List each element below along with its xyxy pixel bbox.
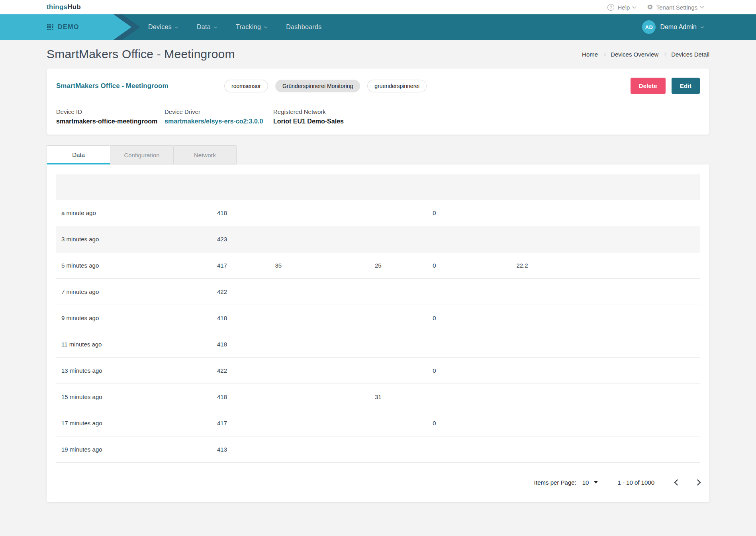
delete-button[interactable]: Delete [631,78,666,94]
row-value: 422 [217,367,275,374]
nav-item-label: Devices [148,23,172,31]
table-row[interactable]: 7 minutes ago422 [56,279,700,305]
row-value: 418 [217,393,275,400]
avatar: AD [642,20,656,34]
device-id-value: smartmakers-office-meetingroom [56,118,165,125]
items-per-page-select[interactable]: 10 [582,479,598,486]
registered-network-value: Loriot EU1 Demo-Sales [273,118,344,125]
logo-secondary-text: Hub [67,3,81,11]
nav-item-tracking[interactable]: Tracking [236,23,267,31]
help-label: Help [617,4,630,11]
row-value: 418 [217,341,275,348]
row-timestamp: 19 minutes ago [56,446,217,453]
chevron-down-icon [633,4,637,8]
page-header: SmartMakers Office - Meetingroom Home De… [47,40,709,68]
chevron-down-icon [264,25,267,28]
breadcrumb-current: Devices Detail [671,51,709,58]
device-actions: Delete Edit [631,78,700,94]
table-row[interactable]: 5 minutes ago4173525022.2 [56,252,700,279]
gear-icon: ⚙ [647,4,653,11]
row-value: 31 [375,393,433,400]
table-body: a minute ago41803 minutes ago4235 minute… [56,200,700,463]
thingshub-logo[interactable]: thingsHub [47,3,81,11]
device-card-header: SmartMakers Office - Meetingroom roomsen… [56,78,700,94]
data-tab-panel: a minute ago41803 minutes ago4235 minute… [47,164,709,502]
device-fields: Device ID smartmakers-office-meetingroom… [56,108,700,125]
row-value: 413 [217,446,275,453]
row-value: 423 [217,236,275,243]
row-timestamp: 5 minutes ago [56,262,217,269]
table-row[interactable]: 17 minutes ago4170 [56,410,700,436]
topbar-right-group: ? Help ⚙ Tenant Settings [607,4,703,11]
items-per-page-label: Items per Page: [534,479,576,486]
items-per-page-value: 10 [582,479,589,486]
top-bar: thingsHub ? Help ⚙ Tenant Settings [0,0,756,14]
tag-gruenderspinnerei: gruenderspinnerei [367,80,427,92]
user-name: Demo Admin [660,23,697,31]
field-label: Device ID [56,108,165,115]
row-value: 0 [433,420,516,426]
row-timestamp: 11 minutes ago [56,341,217,348]
row-value: 0 [433,262,516,269]
tag-roomsensor: roomsensor [224,80,268,92]
table-row[interactable]: 13 minutes ago4220 [56,358,700,384]
user-menu[interactable]: AD Demo Admin [642,14,703,40]
nav-item-dashboards[interactable]: Dashboards [286,23,321,31]
table-row[interactable]: 11 minutes ago418 [56,331,700,358]
row-timestamp: 7 minutes ago [56,288,217,295]
tenant-switcher[interactable]: DEMO [0,14,131,40]
breadcrumb-devices-overview[interactable]: Devices Overview [611,51,658,58]
caret-down-icon [594,481,598,483]
nav-item-data[interactable]: Data [197,23,217,31]
breadcrumb-separator-icon [603,53,606,56]
row-value: 422 [217,288,275,295]
grid-icon [47,24,53,30]
tab-network[interactable]: Network [173,145,237,164]
tenant-settings-menu[interactable]: ⚙ Tenant Settings [647,4,703,11]
nav-item-label: Dashboards [286,23,321,31]
breadcrumb: Home Devices Overview Devices Detail [582,51,709,58]
tenant-name: DEMO [58,23,79,31]
device-tags: roomsensor Gründerspinnerei Monitoring g… [224,80,427,92]
table-row[interactable]: 15 minutes ago41831 [56,384,700,410]
row-timestamp: a minute ago [56,209,217,216]
row-value: 22.2 [516,262,700,269]
edit-button[interactable]: Edit [672,78,700,94]
row-value: 418 [217,315,275,321]
page-content: SmartMakers Office - Meetingroom Home De… [0,40,756,502]
chevron-down-icon [700,4,704,8]
breadcrumb-separator-icon [663,53,666,56]
field-device-id: Device ID smartmakers-office-meetingroom [56,108,165,125]
table-header [56,174,700,200]
tag-gruenderspinnerei-monitoring: Gründerspinnerei Monitoring [275,80,360,92]
nav-item-label: Tracking [236,23,261,31]
nav-item-devices[interactable]: Devices [148,23,178,31]
help-menu[interactable]: ? Help [607,4,636,11]
pagination: Items per Page: 10 1 - 10 of 1000 [56,463,700,502]
tab-configuration[interactable]: Configuration [110,145,173,164]
device-name: SmartMakers Office - Meetingroom [56,82,224,90]
tab-data[interactable]: Data [47,145,110,164]
row-value: 417 [217,420,275,426]
row-value: 35 [275,262,374,269]
row-value: 0 [433,209,516,216]
chevron-down-icon [214,25,217,28]
chevron-down-icon [701,25,704,28]
row-value: 0 [433,315,516,321]
table-row[interactable]: a minute ago4180 [56,200,700,226]
row-value: 418 [217,209,275,216]
table-row[interactable]: 19 minutes ago413 [56,436,700,463]
nav-menu: Devices Data Tracking Dashboards [148,23,321,31]
previous-page-button[interactable] [674,479,681,485]
table-row[interactable]: 3 minutes ago423 [56,226,700,252]
breadcrumb-home[interactable]: Home [582,51,598,58]
next-page-button[interactable] [695,479,701,485]
row-value: 25 [375,262,433,269]
row-timestamp: 15 minutes ago [56,393,217,400]
table-row[interactable]: 9 minutes ago4180 [56,305,700,331]
row-timestamp: 13 minutes ago [56,367,217,374]
field-label: Registered Network [273,108,344,115]
detail-tabs: Data Configuration Network [47,145,709,164]
field-label: Device Driver [165,108,273,115]
device-driver-link[interactable]: smartmakers/elsys-ers-co2:3.0.0 [165,118,273,125]
